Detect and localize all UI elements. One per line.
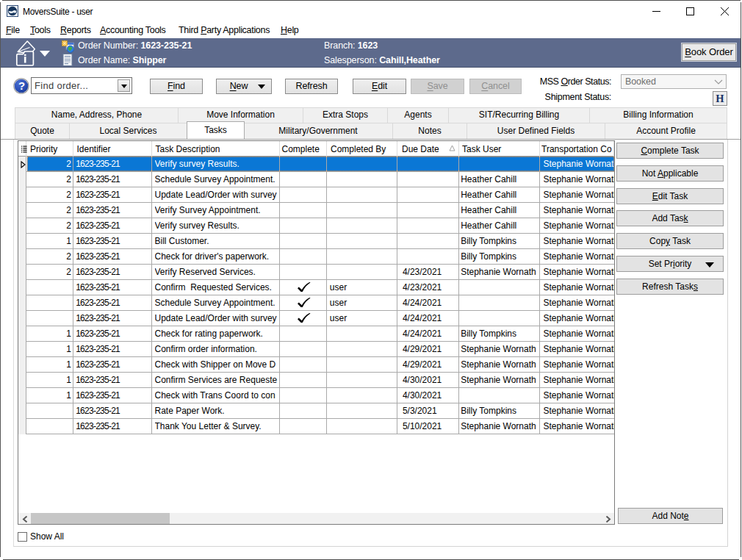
- svg-text:?: ?: [18, 79, 25, 92]
